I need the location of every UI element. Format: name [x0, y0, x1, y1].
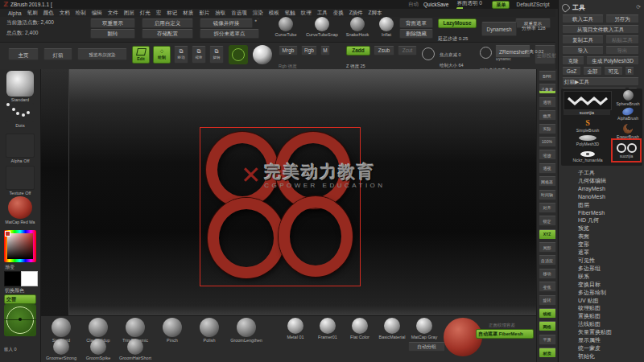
goz-r-button[interactable]: R	[625, 67, 634, 76]
tool-section-item[interactable]: UV 贴图	[578, 297, 642, 305]
canvas[interactable]: ✕ 完美动力教育 CGPOWER EDUCATION	[41, 69, 536, 315]
menu-item[interactable]: 工具	[317, 10, 328, 17]
export-button[interactable]: 导出	[605, 46, 639, 55]
tool-section-item[interactable]: 变形	[578, 241, 642, 249]
bottom-brush[interactable]: GroomLengthen	[228, 318, 265, 343]
tool-section-item[interactable]: 统一蒙皮	[578, 344, 642, 352]
auto-mask-fiber-button[interactable]: 自动遮罩 FiberMesh	[476, 329, 534, 339]
lazymouse-button[interactable]: LazyMouse	[438, 19, 477, 28]
shelf-button[interactable]: 移动	[539, 269, 556, 279]
bottom-brush[interactable]: GroomerStrong	[43, 339, 80, 360]
enable-custom-button[interactable]: 启用自定义	[142, 19, 193, 28]
palette-alphabrush[interactable]: AlphaBrush	[614, 108, 642, 121]
menu-item[interactable]: 笔刷	[27, 10, 38, 17]
menu-item[interactable]: 首选项	[231, 10, 247, 17]
tool-section-item[interactable]: HD 几何	[578, 216, 642, 224]
tool-section-item[interactable]: 可见性	[578, 257, 642, 265]
paste-tool-button[interactable]: 粘贴工具	[605, 35, 639, 44]
tool-section-item[interactable]: 表面	[578, 232, 642, 241]
zremesher-dial2-icon[interactable]	[480, 47, 492, 59]
current-alpha[interactable]: Alpha Off	[3, 134, 37, 163]
tool-section-item[interactable]: 子工具	[578, 169, 642, 177]
tool-section-item[interactable]: 法线贴图	[578, 320, 642, 328]
embed-slider[interactable]: 嵌入 0	[4, 339, 36, 354]
menu-toggle-button[interactable]: 菜单	[492, 1, 510, 9]
palette-simplebrush[interactable]: S SimpleBrush	[568, 119, 608, 133]
clone-button[interactable]: 克隆	[562, 56, 584, 65]
palette-nickz[interactable]: Nickz_humanMa	[568, 151, 608, 162]
menu-item[interactable]: 笔触	[285, 10, 295, 17]
tool-section-item[interactable]: 变换目标	[578, 281, 642, 289]
menu-item[interactable]: 影片	[199, 10, 209, 17]
palette-polymesh3d[interactable]: PolyMesh3D	[568, 135, 608, 146]
dual-display-button[interactable]: 双重显示	[90, 19, 135, 28]
store-config-button[interactable]: 存储配置	[142, 29, 193, 39]
menu-item[interactable]: 模板	[269, 10, 279, 17]
brush-curvetubesnap[interactable]: CurveTubeSnap	[304, 17, 340, 37]
menu-item[interactable]: 文件	[108, 10, 118, 17]
mirror-weld-button[interactable]: 镜像并焊接	[200, 19, 253, 28]
color-picker-square[interactable]	[7, 233, 33, 259]
dynamesh-button[interactable]: Dynamesh	[481, 22, 517, 36]
brush-inflat[interactable]: Inflat	[375, 17, 398, 37]
tool-section-item[interactable]: 图层	[578, 201, 642, 209]
focal-shift-dial-icon[interactable]	[422, 47, 435, 60]
menu-item[interactable]: 颜色	[43, 10, 54, 17]
tool-section-item[interactable]: 置换贴图	[578, 312, 642, 320]
menu-item[interactable]: 渲染	[253, 10, 263, 17]
brush-curvetube[interactable]: CurveTube	[270, 17, 301, 37]
menu-item[interactable]: 标记	[167, 10, 177, 17]
bottom-brush[interactable]: Pinch	[154, 318, 191, 343]
menu-item[interactable]: 纹理	[301, 10, 312, 17]
bottom-material[interactable]: BasicMaterial	[376, 318, 408, 339]
menu-item[interactable]: 图层	[124, 10, 134, 17]
edit-button[interactable]: Edit	[132, 46, 150, 64]
tool-section-item[interactable]: 多边形绘制	[578, 289, 642, 297]
menu-item[interactable]: 灯光	[140, 10, 151, 17]
switch-color-label[interactable]: 切换颜色	[5, 287, 24, 294]
palette-spherebrush[interactable]: SphereBrush	[614, 90, 642, 106]
tool-section-item[interactable]: ArrayMesh	[578, 185, 642, 193]
bottom-brush[interactable]: GroomSpike	[80, 339, 117, 360]
preview-boolean-button[interactable]: 预览布尔渲染	[77, 48, 127, 60]
bottom-material[interactable]: Metal 01	[279, 318, 312, 339]
shelf-button[interactable]: 对齐	[539, 203, 556, 213]
load-from-project-button[interactable]: 从项目文件载入工具	[562, 25, 639, 34]
interface-opacity-slider[interactable]: 界面透明 0	[456, 0, 484, 10]
bottom-material[interactable]: Flat Color	[344, 318, 376, 339]
tool-section-item[interactable]: 显示属性	[578, 336, 642, 344]
shelf-button[interactable]: 材质	[539, 348, 556, 358]
shelf-button[interactable]: 幽灵	[539, 110, 556, 121]
goz-button[interactable]: GoZ	[562, 67, 581, 76]
tool-section-item[interactable]: 预览	[578, 224, 642, 232]
lightbox-tool-button[interactable]: 灯箱▶工具	[562, 77, 639, 86]
tool-section-item[interactable]: 联系	[578, 273, 642, 281]
shelf-button[interactable]: 缩放	[539, 150, 556, 160]
move-button[interactable]: ⧉ 移动	[174, 46, 188, 64]
import-button[interactable]: 导入	[562, 46, 604, 55]
menu-item[interactable]: 宏	[156, 10, 162, 17]
load-tool-button[interactable]: 载入工具	[562, 14, 604, 23]
default-zscript-button[interactable]: DefaultZScript	[516, 2, 549, 7]
palette-suozijia[interactable]: suozijia	[611, 138, 642, 162]
tool-section-item[interactable]: 几何体编辑	[578, 177, 642, 185]
quicksave-button[interactable]: QuickSave	[423, 2, 448, 7]
palette-eraserbrush[interactable]: EraserBrush	[614, 124, 642, 139]
main-color-swatch[interactable]	[4, 271, 21, 286]
shelf-button[interactable]: XYZ	[539, 229, 556, 240]
shelf-button[interactable]: 自适应	[539, 255, 556, 265]
bottom-brush[interactable]: Polish	[191, 318, 228, 343]
backface-mask-button[interactable]: 背面遮罩	[399, 19, 433, 28]
tool-section-item[interactable]: 初始化	[578, 352, 642, 360]
brush-snakehook[interactable]: SnakeHook	[343, 17, 372, 37]
tool-section-item[interactable]: 遮罩	[578, 249, 642, 257]
lightbox-button[interactable]: 灯箱	[43, 48, 72, 60]
current-brush[interactable]: Standard	[3, 71, 37, 102]
material-preview-sphere[interactable]	[253, 45, 272, 64]
bottom-material[interactable]: Framer01	[312, 318, 344, 339]
menu-item[interactable]: 拾取	[215, 10, 225, 17]
draw-button[interactable]: ⁘ 绘制	[153, 46, 171, 64]
shelf-button[interactable]: 子像素	[539, 84, 556, 94]
menu-item[interactable]: 变换	[333, 10, 344, 17]
flip-button[interactable]: 翻转	[90, 29, 135, 39]
